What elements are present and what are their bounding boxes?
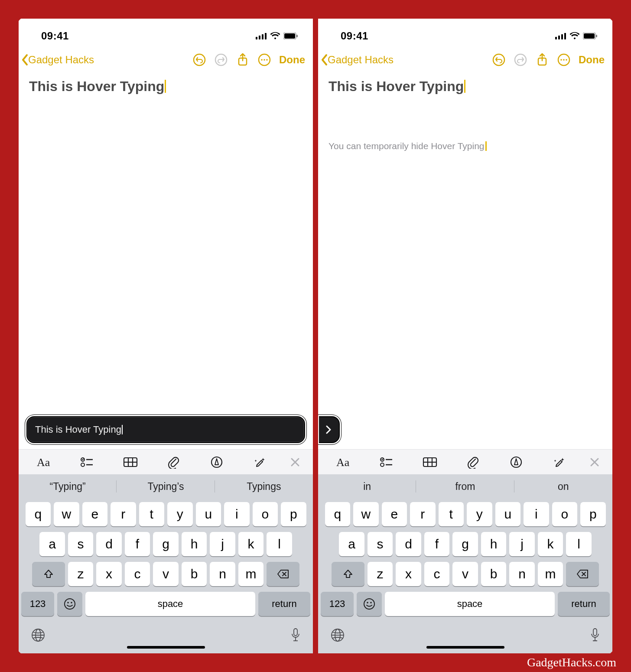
prediction-1[interactable]: “Typing” [19,474,117,499]
ai-button[interactable] [241,450,280,474]
key-g[interactable]: g [452,532,478,556]
return-key[interactable]: return [558,592,610,616]
key-d[interactable]: d [396,532,421,556]
share-button[interactable] [233,50,252,69]
note-body[interactable]: This is Hover Typing This is Hover Typin… [19,72,313,449]
key-f[interactable]: f [424,532,450,556]
key-x[interactable]: x [96,562,122,586]
key-u[interactable]: u [495,502,521,526]
key-g[interactable]: g [153,532,179,556]
prediction-3[interactable]: on [514,474,612,499]
key-w[interactable]: w [353,502,379,526]
return-key[interactable]: return [258,592,310,616]
key-c[interactable]: c [424,562,450,586]
checklist-button[interactable] [68,450,107,474]
space-key[interactable]: space [85,592,255,616]
home-indicator[interactable] [426,646,504,649]
space-key[interactable]: space [385,592,555,616]
text-format-button[interactable]: Aa [324,450,363,474]
close-format-button[interactable] [283,450,307,474]
hover-typing-bubble[interactable]: This is Hover Typing [26,415,306,444]
markup-button[interactable] [197,450,236,474]
key-m[interactable]: m [238,562,264,586]
key-r[interactable]: r [111,502,136,526]
undo-button[interactable] [190,50,209,69]
shift-key[interactable] [332,562,364,586]
key-c[interactable]: c [125,562,150,586]
key-v[interactable]: v [153,562,179,586]
home-indicator[interactable] [127,646,205,649]
more-button[interactable] [255,50,274,69]
key-e[interactable]: e [382,502,407,526]
key-a[interactable]: a [39,532,65,556]
key-v[interactable]: v [452,562,478,586]
more-button[interactable] [554,50,573,69]
key-r[interactable]: r [410,502,436,526]
key-t[interactable]: t [139,502,165,526]
redo-button[interactable] [211,50,231,69]
back-button[interactable]: Gadget Hacks [21,54,94,66]
attachment-button[interactable] [454,450,493,474]
key-t[interactable]: t [439,502,464,526]
done-button[interactable]: Done [276,54,308,66]
key-b[interactable]: b [481,562,507,586]
backspace-key[interactable] [566,562,599,586]
key-y[interactable]: y [467,502,492,526]
redo-button[interactable] [511,50,530,69]
key-x[interactable]: x [396,562,421,586]
attachment-button[interactable] [154,450,193,474]
backspace-key[interactable] [267,562,299,586]
dictation-icon[interactable] [590,628,600,644]
key-j[interactable]: j [210,532,235,556]
key-j[interactable]: j [509,532,535,556]
done-button[interactable]: Done [576,54,607,66]
key-n[interactable]: n [509,562,535,586]
globe-icon[interactable] [31,628,46,644]
markup-button[interactable] [497,450,536,474]
key-z[interactable]: z [68,562,94,586]
undo-button[interactable] [489,50,508,69]
key-k[interactable]: k [238,532,264,556]
numbers-key[interactable]: 123 [321,592,354,616]
key-e[interactable]: e [82,502,108,526]
prediction-2[interactable]: from [416,474,514,499]
key-b[interactable]: b [182,562,207,586]
key-u[interactable]: u [196,502,221,526]
emoji-key[interactable] [357,592,382,616]
key-h[interactable]: h [481,532,507,556]
shift-key[interactable] [32,562,65,586]
share-button[interactable] [533,50,552,69]
key-n[interactable]: n [210,562,235,586]
close-format-button[interactable] [583,450,606,474]
table-button[interactable] [410,450,449,474]
note-body[interactable]: This is Hover Typing You can temporarily… [318,72,612,449]
key-p[interactable]: p [580,502,606,526]
globe-icon[interactable] [330,628,345,644]
numbers-key[interactable]: 123 [21,592,54,616]
checklist-button[interactable] [368,450,407,474]
key-a[interactable]: a [339,532,364,556]
key-y[interactable]: y [167,502,193,526]
key-h[interactable]: h [182,532,207,556]
key-l[interactable]: l [566,532,592,556]
key-f[interactable]: f [125,532,150,556]
ai-button[interactable] [540,450,579,474]
prediction-3[interactable]: Typings [215,474,313,499]
hover-typing-tab[interactable] [318,415,341,444]
key-q[interactable]: q [26,502,51,526]
key-k[interactable]: k [538,532,563,556]
key-d[interactable]: d [96,532,122,556]
prediction-1[interactable]: in [318,474,416,499]
key-o[interactable]: o [253,502,278,526]
key-s[interactable]: s [368,532,393,556]
key-m[interactable]: m [538,562,563,586]
key-l[interactable]: l [267,532,292,556]
table-button[interactable] [111,450,150,474]
key-z[interactable]: z [368,562,393,586]
key-i[interactable]: i [524,502,549,526]
key-s[interactable]: s [68,532,94,556]
key-w[interactable]: w [54,502,79,526]
key-i[interactable]: i [224,502,250,526]
prediction-2[interactable]: Typing’s [117,474,215,499]
key-p[interactable]: p [281,502,306,526]
